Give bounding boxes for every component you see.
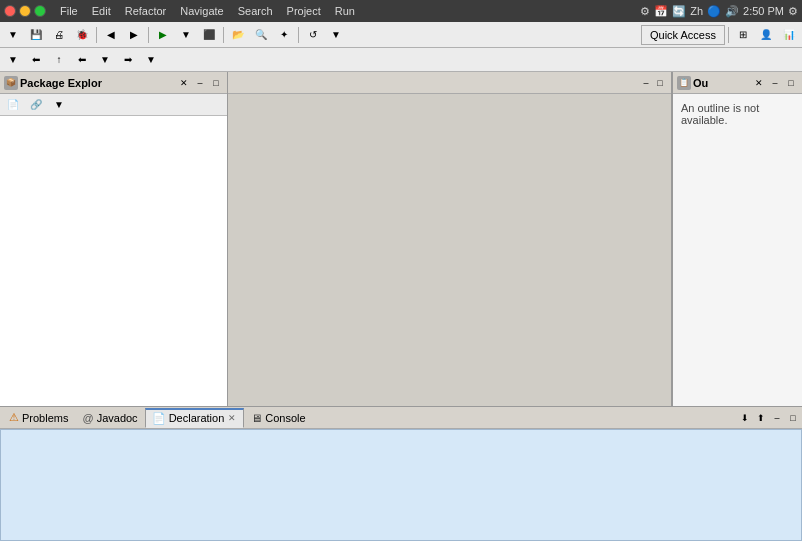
btn-save[interactable]: 💾: [25, 24, 47, 46]
btn-up[interactable]: ↑: [48, 49, 70, 71]
bottom-scroll-right[interactable]: ⬆: [754, 411, 768, 425]
status-icon3: 🔄: [672, 5, 686, 18]
btn-back-dropdown[interactable]: ▼: [94, 49, 116, 71]
settings-icon: ⚙: [788, 5, 798, 18]
btn-refresh-dropdown[interactable]: ▼: [325, 24, 347, 46]
menu-project[interactable]: Project: [281, 3, 327, 19]
editor-area[interactable]: [228, 94, 671, 406]
content-wrapper: 📦 Package Explor ✕ – □ 📄 🔗 ▼ – □: [0, 72, 802, 541]
menu-run[interactable]: Run: [329, 3, 361, 19]
console-icon: 🖥: [251, 412, 262, 424]
sep2: [148, 27, 149, 43]
bottom-scroll-left[interactable]: ⬇: [738, 411, 752, 425]
btn-open[interactable]: 📂: [227, 24, 249, 46]
btn-stop[interactable]: ⬛: [198, 24, 220, 46]
maximize-button[interactable]: [34, 5, 46, 17]
btn-perspective2[interactable]: 👤: [755, 24, 777, 46]
menu-file[interactable]: File: [54, 3, 84, 19]
status-icon6: 🔊: [725, 5, 739, 18]
sep4: [298, 27, 299, 43]
status-icon5: 🔵: [707, 5, 721, 18]
menu-bar-right: ⚙ 📅 🔄 Zh 🔵 🔊 2:50 PM ⚙: [640, 5, 798, 18]
btn-perspective3[interactable]: 📊: [778, 24, 800, 46]
btn-print[interactable]: 🖨: [48, 24, 70, 46]
package-explorer-panel: 📦 Package Explor ✕ – □ 📄 🔗 ▼: [0, 72, 228, 406]
tab-problems-label: Problems: [22, 412, 68, 424]
declaration-close-icon[interactable]: ✕: [227, 413, 237, 423]
btn-run[interactable]: ▶: [152, 24, 174, 46]
sep5: [728, 27, 729, 43]
bottom-tab-bar: ⚠ Problems @ Javadoc 📄 Declaration ✕ 🖥 C…: [0, 407, 802, 429]
bottom-tab-controls: ⬇ ⬆ – □: [738, 411, 800, 425]
toolbar-nav: ▼ ⬅ ↑ ⬅ ▼ ➡ ▼: [0, 48, 802, 72]
btn-nav-dropdown[interactable]: ▼: [2, 49, 24, 71]
package-explorer-maximize[interactable]: □: [209, 76, 223, 90]
tab-problems[interactable]: ⚠ Problems: [2, 408, 75, 428]
pkg-btn-link[interactable]: 🔗: [25, 94, 47, 116]
outline-content: An outline is not available.: [673, 94, 802, 406]
btn-search-ref[interactable]: 🔍: [250, 24, 272, 46]
package-explorer-icon: 📦: [4, 76, 18, 90]
outline-minimize[interactable]: –: [768, 76, 782, 90]
tab-javadoc[interactable]: @ Javadoc: [75, 408, 144, 428]
btn-search-ref2[interactable]: ✦: [273, 24, 295, 46]
javadoc-icon: @: [82, 412, 93, 424]
quick-access-button[interactable]: Quick Access: [641, 25, 725, 45]
btn-perspective1[interactable]: ⊞: [732, 24, 754, 46]
status-icon1: ⚙: [640, 5, 650, 18]
btn-run-dropdown[interactable]: ▼: [175, 24, 197, 46]
bottom-maximize[interactable]: □: [786, 411, 800, 425]
status-icon4: Zh: [690, 5, 703, 17]
menu-bar: File Edit Refactor Navigate Search Proje…: [0, 0, 802, 22]
tab-declaration[interactable]: 📄 Declaration ✕: [145, 408, 245, 428]
editor-header: – □: [228, 72, 671, 94]
declaration-icon: 📄: [152, 412, 166, 425]
outline-icon: 📋: [677, 76, 691, 90]
package-explorer-title: Package Explor: [20, 77, 175, 89]
btn-new-dropdown[interactable]: ▼: [2, 24, 24, 46]
pkg-btn-collapse[interactable]: 📄: [2, 94, 24, 116]
sep1: [96, 27, 97, 43]
menu-search[interactable]: Search: [232, 3, 279, 19]
outline-panel: 📋 Ou ✕ – □ An outline is not available.: [672, 72, 802, 406]
btn-forward-dropdown[interactable]: ▼: [140, 49, 162, 71]
outline-header: 📋 Ou ✕ – □: [673, 72, 802, 94]
btn-refresh[interactable]: ↺: [302, 24, 324, 46]
sep3: [223, 27, 224, 43]
package-explorer-toolbar: 📄 🔗 ▼: [0, 94, 227, 116]
menu-refactor[interactable]: Refactor: [119, 3, 173, 19]
btn-undo[interactable]: ⬅: [25, 49, 47, 71]
menu-edit[interactable]: Edit: [86, 3, 117, 19]
editor-panel: – □: [228, 72, 672, 406]
toolbar-main: ▼ 💾 🖨 🐞 ◀ ▶ ▶ ▼ ⬛ 📂 🔍 ✦ ↺ ▼ Quick Access…: [0, 22, 802, 48]
package-explorer-content: [0, 116, 227, 406]
status-icon2: 📅: [654, 5, 668, 18]
bottom-content[interactable]: [0, 429, 802, 541]
clock: 2:50 PM: [743, 5, 784, 17]
bottom-minimize[interactable]: –: [770, 411, 784, 425]
minimize-button[interactable]: [19, 5, 31, 17]
pane-area: 📦 Package Explor ✕ – □ 📄 🔗 ▼ – □: [0, 72, 802, 406]
btn-next[interactable]: ▶: [123, 24, 145, 46]
outline-close[interactable]: ✕: [752, 76, 766, 90]
package-explorer-close[interactable]: ✕: [177, 76, 191, 90]
close-button[interactable]: [4, 5, 16, 17]
btn-back[interactable]: ⬅: [71, 49, 93, 71]
window-controls: [4, 5, 46, 17]
tab-javadoc-label: Javadoc: [97, 412, 138, 424]
btn-debug[interactable]: 🐞: [71, 24, 93, 46]
problems-icon: ⚠: [9, 411, 19, 424]
outline-message: An outline is not available.: [681, 102, 759, 126]
outline-title: Ou: [693, 77, 750, 89]
pkg-btn-dropdown[interactable]: ▼: [48, 94, 70, 116]
tab-console[interactable]: 🖥 Console: [244, 408, 312, 428]
tab-console-label: Console: [265, 412, 305, 424]
outline-maximize[interactable]: □: [784, 76, 798, 90]
editor-minimize[interactable]: –: [639, 76, 653, 90]
package-explorer-minimize[interactable]: –: [193, 76, 207, 90]
package-explorer-header: 📦 Package Explor ✕ – □: [0, 72, 227, 94]
btn-forward[interactable]: ➡: [117, 49, 139, 71]
editor-maximize[interactable]: □: [653, 76, 667, 90]
menu-navigate[interactable]: Navigate: [174, 3, 229, 19]
btn-previous[interactable]: ◀: [100, 24, 122, 46]
